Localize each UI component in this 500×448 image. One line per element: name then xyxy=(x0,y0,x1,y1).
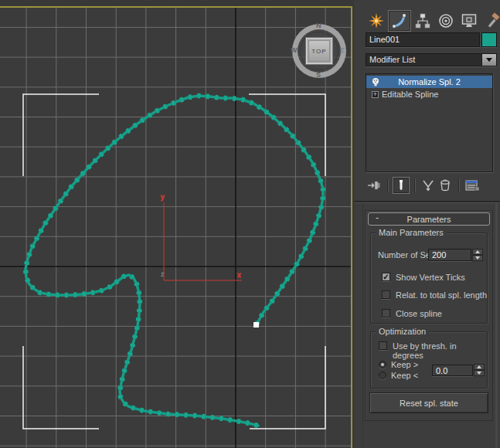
tab-utilities[interactable] xyxy=(481,10,500,32)
use-by-threshold-checkbox[interactable] xyxy=(379,341,387,350)
group-title: Optimization xyxy=(376,327,429,336)
display-icon xyxy=(461,12,478,29)
axis-x-label: x xyxy=(237,271,241,279)
spline-line001[interactable] xyxy=(26,96,323,426)
top-viewport[interactable]: y x z N S W E TOP xyxy=(0,0,354,448)
rollout-title: Parameters xyxy=(369,215,489,224)
stack-item-normalize-spline[interactable]: Normalize Spl. 2 xyxy=(366,76,492,88)
triangle-down-icon xyxy=(475,256,480,260)
optimization-group: Optimization Use by thresh. in degrees K… xyxy=(370,331,488,389)
compass-west-label: W xyxy=(291,46,298,54)
modifier-list-label: Modifier List xyxy=(369,55,415,64)
create-icon xyxy=(368,12,385,29)
pin-stack-icon xyxy=(366,178,382,192)
show-end-result-icon xyxy=(396,178,406,192)
spinner-down-button[interactable] xyxy=(472,255,483,261)
make-unique-icon xyxy=(420,178,436,192)
main-parameters-group: Main Parameters Number of Seg 200 ✓ Show… xyxy=(370,232,488,324)
number-of-seg-spinner[interactable] xyxy=(472,249,483,261)
tab-create[interactable] xyxy=(365,10,388,32)
configure-modifier-sets-button[interactable] xyxy=(464,177,481,194)
keep-less-label: Keep < xyxy=(391,371,418,380)
collapse-icon[interactable]: - xyxy=(372,215,382,223)
triangle-up-icon xyxy=(477,365,481,368)
chevron-down-icon xyxy=(486,58,492,62)
axis-y-label: y xyxy=(161,193,165,201)
active-viewport-border-top xyxy=(0,6,352,8)
tab-display[interactable] xyxy=(457,10,481,32)
object-name-row: Line001 xyxy=(366,32,497,47)
reset-spline-state-button[interactable]: Reset spl. state xyxy=(369,392,488,413)
compass-east-label: E xyxy=(340,46,345,54)
panel-scrollbar[interactable] xyxy=(495,203,498,448)
close-spline-label: Close spline xyxy=(396,309,442,318)
spinner-up-button[interactable] xyxy=(472,249,483,255)
spinner-down-button[interactable] xyxy=(474,370,485,376)
dropdown-arrow-button[interactable] xyxy=(481,54,496,66)
active-viewport-border-right xyxy=(351,6,352,448)
use-by-threshold-label: Use by thresh. in degrees xyxy=(393,341,487,360)
spinner-up-button[interactable] xyxy=(474,364,485,370)
compass-north-label: N xyxy=(316,22,321,29)
configure-modifier-sets-icon xyxy=(464,178,480,192)
toolbar-separator xyxy=(387,178,388,192)
keep-greater-radio[interactable] xyxy=(379,361,386,368)
3dsmax-window: { "viewport": { "compass": { "center_lab… xyxy=(0,0,500,448)
modifier-list-dropdown[interactable]: Modifier List xyxy=(366,53,497,66)
selection-brackets xyxy=(23,94,325,429)
threshold-field[interactable]: 0.0 xyxy=(432,365,473,376)
modifier-stack-toolbar xyxy=(366,176,497,194)
show-end-result-button[interactable] xyxy=(393,177,410,194)
tab-modify[interactable] xyxy=(388,10,411,32)
command-panel-tabs xyxy=(365,10,500,32)
show-vertex-ticks-checkbox[interactable]: ✓ xyxy=(382,273,390,281)
remove-modifier-button[interactable] xyxy=(437,177,454,194)
spline-vertex-ticks xyxy=(26,96,323,426)
view-label: TOP xyxy=(311,48,326,55)
pin-stack-button[interactable] xyxy=(366,177,383,194)
command-panel: Line001 Modifier List Normalize Spl. 2 +… xyxy=(354,0,500,448)
stack-item-editable-spline[interactable]: + Editable Spline xyxy=(366,88,492,100)
number-of-seg-label: Number of Seg xyxy=(378,250,435,260)
tab-hierarchy[interactable] xyxy=(411,10,434,32)
panel-divider xyxy=(354,201,500,202)
selection-bracket xyxy=(23,94,99,176)
motion-icon xyxy=(437,12,454,29)
toolbar-separator xyxy=(414,178,415,192)
parameters-rollout: - Parameters Main Parameters Number of S… xyxy=(365,210,493,421)
modifier-stack[interactable]: Normalize Spl. 2 + Editable Spline xyxy=(366,73,493,172)
keep-less-radio[interactable] xyxy=(379,372,386,379)
hierarchy-icon xyxy=(414,12,431,29)
trash-icon xyxy=(439,178,451,192)
view-compass[interactable]: N S W E TOP xyxy=(292,24,346,78)
object-name-field[interactable]: Line001 xyxy=(366,32,480,47)
toolbar-separator xyxy=(458,178,459,192)
group-title: Main Parameters xyxy=(376,228,447,237)
triangle-up-icon xyxy=(475,250,480,253)
compass-south-label: S xyxy=(316,71,321,79)
show-vertex-ticks-label: Show Vertex Ticks xyxy=(396,273,465,282)
spline-end-vertex[interactable] xyxy=(253,322,259,328)
number-of-seg-field[interactable]: 200 xyxy=(428,249,471,261)
expand-plus-icon[interactable]: + xyxy=(372,91,379,98)
make-unique-button[interactable] xyxy=(420,177,437,194)
rollout-scroll-edge xyxy=(362,203,363,448)
threshold-spinner[interactable] xyxy=(474,364,485,376)
relative-length-label: Relat. to total spl. length xyxy=(396,290,487,300)
axis-z-label: z xyxy=(161,270,165,278)
compass-top-face[interactable]: TOP xyxy=(306,38,332,64)
tab-motion[interactable] xyxy=(434,10,457,32)
triangle-down-icon xyxy=(477,372,481,375)
relative-length-checkbox[interactable] xyxy=(382,290,390,299)
close-spline-checkbox[interactable] xyxy=(382,309,390,317)
parameters-rollout-header[interactable]: - Parameters xyxy=(368,212,490,226)
stack-item-label: Normalize Spl. 2 xyxy=(366,77,492,87)
radio-dot xyxy=(381,363,384,366)
modify-icon xyxy=(391,12,408,29)
stack-item-label: Editable Spline xyxy=(382,90,438,99)
object-color-swatch[interactable] xyxy=(481,32,497,47)
keep-greater-label: Keep > xyxy=(391,360,418,369)
utilities-icon xyxy=(484,12,500,29)
